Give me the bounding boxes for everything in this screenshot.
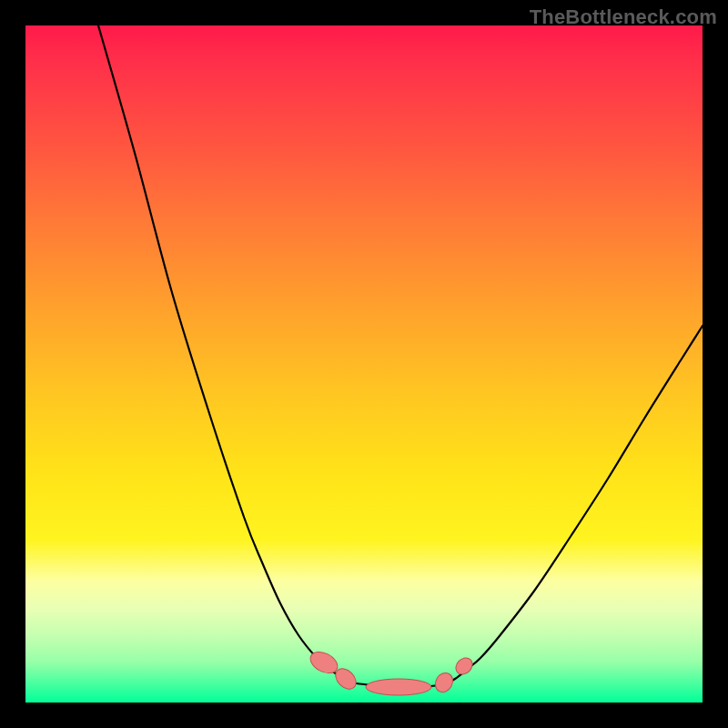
valley-marker-group [307, 648, 476, 695]
outer-frame: TheBottleneck.com [0, 0, 728, 728]
valley-marker [432, 670, 457, 695]
valley-marker [366, 679, 431, 695]
bottleneck-curve-svg [25, 25, 703, 703]
watermark-text: TheBottleneck.com [530, 5, 717, 29]
bottleneck-curve [98, 25, 703, 687]
valley-marker [452, 654, 475, 677]
plot-area [25, 25, 703, 703]
